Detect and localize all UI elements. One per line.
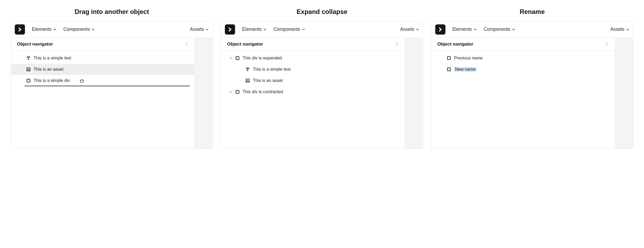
panel-rename: Elements Components Assets Object naviga… xyxy=(431,21,633,149)
tree-item-label: This is an asset xyxy=(34,67,63,72)
tree-item-label: This is a simple text xyxy=(253,67,290,72)
navigator-header: Object navigator xyxy=(431,38,615,51)
toolbar: Elements Components Assets xyxy=(221,21,423,38)
tab-components[interactable]: Components xyxy=(484,27,515,32)
tree: This div is expanded This is a simple te… xyxy=(221,51,405,99)
text-icon xyxy=(26,56,31,61)
tree-item-child-asset[interactable]: This is an asset xyxy=(221,75,405,86)
square-icon xyxy=(235,89,240,94)
tab-assets-label: Assets xyxy=(190,27,204,32)
navigator-title: Object navigator xyxy=(437,42,605,47)
tab-assets[interactable]: Assets xyxy=(610,27,629,32)
image-icon xyxy=(245,78,250,83)
side-gutter xyxy=(615,38,633,149)
chevron-down-icon xyxy=(302,28,305,31)
tree-item-contracted[interactable]: This div is contracted xyxy=(221,86,405,97)
tab-elements[interactable]: Elements xyxy=(32,27,56,32)
tab-elements[interactable]: Elements xyxy=(452,27,477,32)
tree-item-child-text[interactable]: This is a simple text xyxy=(221,64,405,75)
tree-item-rename-editing[interactable]: New name xyxy=(431,64,615,75)
brand-button[interactable] xyxy=(435,24,445,35)
square-icon xyxy=(235,56,240,61)
tree: Previous name New name xyxy=(431,51,615,77)
tab-components-label: Components xyxy=(63,27,90,32)
tab-assets-label: Assets xyxy=(610,27,624,32)
tab-components-label: Components xyxy=(273,27,300,32)
side-gutter xyxy=(195,38,213,149)
tree-item-label: This div is expanded xyxy=(243,56,282,61)
tree-item-label: This is a simple text xyxy=(34,56,71,61)
disclosure-open-icon[interactable] xyxy=(229,57,232,59)
text-icon xyxy=(245,67,250,72)
brand-chevron-icon xyxy=(228,27,232,32)
tree-item-label: This div is contracted xyxy=(243,89,283,94)
collapse-icon[interactable] xyxy=(395,42,399,46)
tree-item-expanded[interactable]: This div is expanded xyxy=(221,52,405,64)
chevron-down-icon xyxy=(512,28,515,31)
square-icon xyxy=(447,56,451,61)
rename-input[interactable]: New name xyxy=(454,67,477,72)
chevron-down-icon xyxy=(263,28,266,31)
column-title-rename: Rename xyxy=(520,8,545,16)
toolbar: Elements Components Assets xyxy=(11,21,213,38)
tab-elements[interactable]: Elements xyxy=(242,27,266,32)
tree-item-text[interactable]: This is a simple text xyxy=(11,52,195,64)
side-gutter xyxy=(405,38,423,149)
brand-button[interactable] xyxy=(15,24,25,35)
tree: This is a simple text This is an asset T… xyxy=(11,51,195,88)
chevron-down-icon xyxy=(206,28,209,31)
disclosure-closed-icon[interactable] xyxy=(229,91,232,93)
drop-indicator xyxy=(24,86,190,86)
tree-item-label: Previous name xyxy=(454,56,483,61)
grab-cursor-icon xyxy=(79,78,85,84)
tree-item-label: This is an asset xyxy=(253,78,283,83)
chevron-down-icon xyxy=(626,28,629,31)
square-icon xyxy=(447,67,451,72)
chevron-down-icon xyxy=(416,28,419,31)
tab-elements-label: Elements xyxy=(242,27,262,32)
image-icon xyxy=(26,67,31,72)
collapse-icon[interactable] xyxy=(184,42,189,46)
square-icon xyxy=(26,78,31,83)
chevron-down-icon xyxy=(53,28,56,31)
navigator-title: Object navigator xyxy=(17,42,184,47)
tree-item-div-drag[interactable]: This is a simple div xyxy=(11,75,195,86)
chevron-down-icon xyxy=(474,28,477,31)
panel-drag: Elements Components Assets Object naviga… xyxy=(11,21,213,149)
navigator-header: Object navigator xyxy=(11,38,195,51)
tab-assets[interactable]: Assets xyxy=(400,27,419,32)
navigator-title: Object navigator xyxy=(227,42,394,47)
panel-expand: Elements Components Assets Object naviga… xyxy=(221,21,423,149)
tab-elements-label: Elements xyxy=(32,27,52,32)
tab-components[interactable]: Components xyxy=(273,27,305,32)
tab-components[interactable]: Components xyxy=(63,27,95,32)
tree-item-asset[interactable]: This is an asset xyxy=(11,64,195,75)
tab-components-label: Components xyxy=(484,27,510,32)
tab-elements-label: Elements xyxy=(452,27,472,32)
tree-item-prev[interactable]: Previous name xyxy=(431,52,615,64)
collapse-icon[interactable] xyxy=(605,42,609,46)
tab-assets-label: Assets xyxy=(400,27,414,32)
column-title-drag: Drag into another object xyxy=(75,8,149,16)
brand-chevron-icon xyxy=(438,27,443,32)
toolbar: Elements Components Assets xyxy=(431,21,633,38)
tab-assets[interactable]: Assets xyxy=(190,27,209,32)
tree-item-label: This is a simple div xyxy=(34,78,70,83)
brand-chevron-icon xyxy=(17,27,22,32)
chevron-down-icon xyxy=(92,28,95,31)
column-title-expand: Expand collapse xyxy=(297,8,347,16)
navigator-header: Object navigator xyxy=(221,38,405,51)
brand-button[interactable] xyxy=(225,24,235,35)
